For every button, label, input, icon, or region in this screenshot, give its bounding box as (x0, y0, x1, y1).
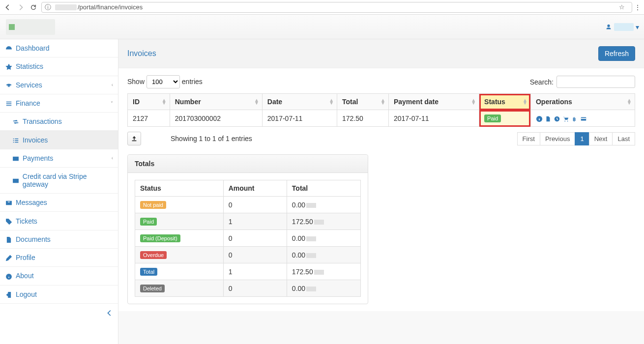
svg-point-3 (564, 120, 565, 121)
col-status[interactable]: Status▲▼ (479, 94, 531, 110)
url-host-blur (55, 4, 77, 10)
svg-point-4 (567, 120, 568, 121)
op-clock-icon[interactable] (554, 114, 560, 122)
page-prev[interactable]: Previous (540, 132, 576, 145)
sort-icon: ▲▼ (381, 99, 385, 105)
logo[interactable] (6, 19, 55, 35)
col-label: Number (175, 98, 201, 106)
currency-blur (314, 220, 324, 225)
bars-icon (5, 100, 12, 107)
sidebar-collapse-button[interactable] (0, 304, 118, 321)
totals-row: Overdue00.00 (135, 247, 361, 263)
sidebar-item-finance[interactable]: Finance˅ (0, 94, 118, 112)
totals-heading: Totals (128, 155, 368, 173)
forward-button[interactable] (16, 2, 26, 12)
arrow-left-icon (106, 310, 113, 316)
op-cart-icon[interactable] (562, 114, 569, 122)
sidebar-item-statistics[interactable]: Statistics (0, 57, 118, 75)
sidebar-item-label: Services (16, 81, 42, 89)
op-file-icon[interactable] (545, 114, 552, 122)
arrow-right-icon (17, 4, 24, 11)
totals-amount: 0 (223, 197, 287, 213)
cell-date: 2017-07-11 (262, 110, 337, 127)
page-header: Invoices Refresh (118, 39, 644, 68)
status-badge: Paid (Deposit) (140, 234, 180, 242)
col-total[interactable]: Total▲▼ (337, 94, 389, 110)
browser-menu-icon[interactable]: ⋮ (634, 3, 641, 11)
currency-blur (306, 253, 316, 258)
status-badge: Overdue (140, 251, 167, 259)
sidebar-item-transactions[interactable]: Transactions (0, 113, 118, 130)
length-label-pre: Show (127, 78, 145, 86)
col-number[interactable]: Number▲▼ (170, 94, 262, 110)
page-first[interactable]: First (517, 132, 540, 145)
op-info-icon[interactable] (536, 114, 543, 122)
totals-total: 0.00 (287, 230, 360, 247)
col-id[interactable]: ID▲▼ (128, 94, 170, 110)
sidebar-item-credit-card-via-stripe-gateway[interactable]: Credit card via Stripe gateway (0, 168, 118, 193)
page-current[interactable]: 1 (575, 132, 589, 145)
totals-panel: Totals StatusAmountTotal Not paid00.00Pa… (127, 154, 368, 304)
col-payment-date[interactable]: Payment date▲▼ (388, 94, 479, 110)
sidebar-item-documents[interactable]: Documents (0, 230, 118, 248)
chevron-icon: ‹ (112, 82, 113, 87)
sort-icon: ▲▼ (523, 99, 527, 105)
totals-status: Not paid (135, 197, 224, 213)
back-button[interactable] (3, 2, 13, 12)
reload-icon (30, 4, 37, 11)
length-select[interactable]: 100 (146, 75, 180, 88)
bookmark-star-icon[interactable]: ☆ (619, 3, 625, 11)
sidebar-item-about[interactable]: About (0, 267, 118, 285)
wifi-icon (5, 82, 12, 89)
totals-row: Paid (Deposit)00.00 (135, 230, 361, 247)
totals-col-total: Total (287, 180, 360, 197)
browser-toolbar: ⓘ /portal/finance/invoices ☆ ⋮ (0, 0, 644, 15)
sidebar-item-services[interactable]: Services‹ (0, 76, 118, 94)
sidebar-item-tickets[interactable]: Tickets (0, 212, 118, 229)
sidebar-item-invoices[interactable]: Invoices (0, 131, 118, 148)
totals-amount: 0 (223, 280, 287, 297)
length-control: Show 100 entries (127, 75, 203, 88)
invoices-table: ID▲▼Number▲▼Date▲▼Total▲▼Payment date▲▼S… (127, 93, 635, 127)
sidebar-item-payments[interactable]: Payments‹ (0, 149, 118, 167)
sidebar-item-dashboard[interactable]: Dashboard (0, 39, 118, 57)
sort-icon: ▲▼ (471, 99, 476, 105)
tag-icon (5, 218, 12, 225)
page-next[interactable]: Next (589, 132, 613, 145)
site-info-icon[interactable]: ⓘ (45, 3, 51, 12)
col-label: Status (484, 98, 505, 106)
export-button[interactable] (127, 132, 141, 145)
pagination: First Previous 1 Next Last (518, 132, 635, 145)
totals-row: Paid1172.50 (135, 213, 361, 230)
sort-icon: ▲▼ (627, 99, 632, 105)
main-content: Invoices Refresh Show 100 entries Search… (118, 39, 644, 344)
status-badge: Not paid (140, 201, 166, 209)
url-path: /portal/finance/invoices (78, 3, 143, 11)
op-bitcoin-icon[interactable]: ฿ (571, 114, 578, 122)
sidebar-item-label: Statistics (16, 62, 43, 70)
page-last[interactable]: Last (612, 132, 635, 145)
sidebar-item-logout[interactable]: Logout (0, 286, 118, 303)
cell-total: 172.50 (337, 110, 389, 127)
totals-table: StatusAmountTotal Not paid00.00Paid1172.… (135, 180, 361, 297)
op-card-icon[interactable] (580, 114, 587, 122)
col-label: Date (267, 98, 282, 106)
refresh-button[interactable]: Refresh (598, 46, 635, 61)
dashboard-icon (5, 45, 12, 52)
svg-rect-7 (581, 118, 586, 119)
reload-button[interactable] (29, 2, 38, 12)
col-operations[interactable]: Operations▲▼ (530, 94, 635, 110)
totals-amount: 1 (223, 213, 287, 230)
url-bar[interactable]: ⓘ /portal/finance/invoices ☆ (41, 2, 632, 13)
sidebar-item-label: Invoices (23, 136, 48, 144)
sidebar-item-messages[interactable]: Messages (0, 194, 118, 211)
sidebar-item-profile[interactable]: Profile (0, 249, 118, 266)
sidebar-item-label: Messages (16, 199, 47, 206)
user-menu[interactable]: ▾ (605, 23, 639, 31)
showing-text: Showing 1 to 1 of 1 entries (171, 135, 252, 143)
search-input[interactable] (556, 76, 635, 88)
col-label: Total (342, 98, 358, 106)
totals-row: Total1172.50 (135, 263, 361, 280)
col-date[interactable]: Date▲▼ (262, 94, 337, 110)
cell-id: 2127 (128, 110, 170, 127)
